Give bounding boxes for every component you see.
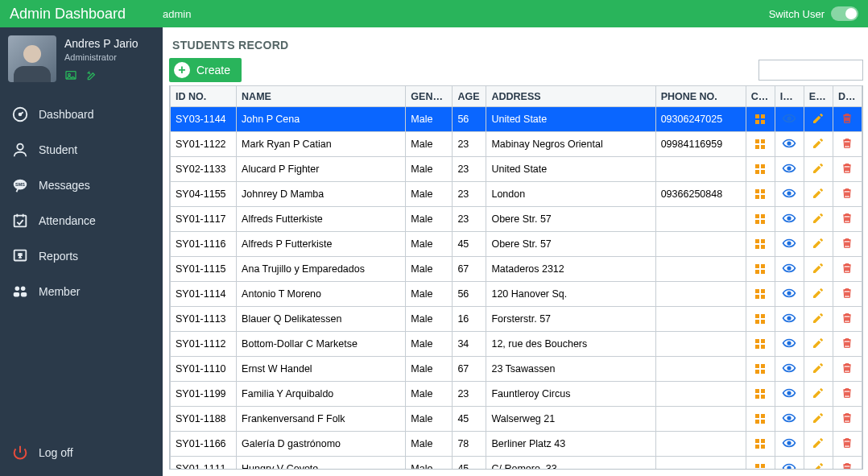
code-button[interactable] — [746, 357, 775, 382]
tools-icon[interactable] — [85, 69, 98, 85]
table-row[interactable]: SY01-1115Ana Trujillo y EmparedadosMale6… — [171, 257, 862, 282]
table-row[interactable]: SY01-1166Galería D gastrónomoMale78Berli… — [171, 432, 862, 457]
delete-button[interactable] — [833, 257, 862, 282]
code-button[interactable] — [746, 307, 775, 332]
code-button[interactable] — [746, 107, 775, 132]
col-age[interactable]: AGE — [453, 86, 486, 107]
info-button[interactable] — [775, 307, 804, 332]
delete-button[interactable] — [833, 407, 862, 432]
create-button[interactable]: + Create — [169, 58, 242, 82]
info-button[interactable] — [775, 382, 804, 407]
table-row[interactable]: SY03-1144John P CenaMale56United State09… — [171, 107, 862, 132]
edit-button[interactable] — [804, 157, 833, 182]
edit-button[interactable] — [804, 232, 833, 257]
delete-button[interactable] — [833, 207, 862, 232]
profile-name: Andres P Jario — [64, 37, 138, 50]
info-button[interactable] — [775, 157, 804, 182]
code-button[interactable] — [746, 457, 775, 470]
edit-button[interactable] — [804, 432, 833, 457]
picture-icon[interactable] — [64, 69, 77, 85]
edit-button[interactable] — [804, 207, 833, 232]
col-info[interactable]: INFO — [775, 86, 804, 107]
delete-button[interactable] — [833, 182, 862, 207]
edit-button[interactable] — [804, 132, 833, 157]
search-input[interactable] — [758, 60, 863, 81]
code-button[interactable] — [746, 432, 775, 457]
delete-button[interactable] — [833, 432, 862, 457]
table-row[interactable]: SY01-1114Antonio T MorenoMale56120 Hanov… — [171, 282, 862, 307]
info-button[interactable] — [775, 332, 804, 357]
svg-point-47 — [787, 366, 791, 370]
table-row[interactable]: SY01-1111Hungry V CoyoteMale45C/ Romero,… — [171, 457, 862, 470]
col-phone[interactable]: PHONE NO. — [655, 86, 746, 107]
info-button[interactable] — [775, 257, 804, 282]
table-row[interactable]: SY01-1116Alfreds P FutterkisteMale45Ober… — [171, 232, 862, 257]
code-button[interactable] — [746, 382, 775, 407]
sidebar-item-attendance[interactable]: Attendance — [0, 204, 163, 238]
table-row[interactable]: SY01-1122Mark Ryan P CatianMale23Mabinay… — [171, 132, 862, 157]
info-button[interactable] — [775, 232, 804, 257]
info-button[interactable] — [775, 182, 804, 207]
edit-button[interactable] — [804, 107, 833, 132]
code-button[interactable] — [746, 157, 775, 182]
delete-button[interactable] — [833, 132, 862, 157]
delete-button[interactable] — [833, 357, 862, 382]
col-edit[interactable]: EDIT — [804, 86, 833, 107]
col-delete[interactable]: DELE — [833, 86, 862, 107]
delete-button[interactable] — [833, 332, 862, 357]
sidebar-item-dashboard[interactable]: Dashboard — [0, 97, 163, 131]
edit-button[interactable] — [804, 457, 833, 470]
table-row[interactable]: SY01-1199Familia Y ArquibaldoMale23Faunt… — [171, 382, 862, 407]
sidebar-item-member[interactable]: Member — [0, 275, 163, 308]
code-button[interactable] — [746, 257, 775, 282]
edit-button[interactable] — [804, 182, 833, 207]
code-button[interactable] — [746, 332, 775, 357]
table-row[interactable]: SY01-1113Blauer Q DelikatessenMale16Fors… — [171, 307, 862, 332]
delete-button[interactable] — [833, 307, 862, 332]
code-button[interactable] — [746, 232, 775, 257]
code-button[interactable] — [746, 182, 775, 207]
info-button[interactable] — [775, 407, 804, 432]
edit-button[interactable] — [804, 357, 833, 382]
table-row[interactable]: SY01-1110Ernst W HandelMale6723 Tsawasse… — [171, 357, 862, 382]
delete-button[interactable] — [833, 457, 862, 470]
delete-button[interactable] — [833, 232, 862, 257]
col-address[interactable]: ADDRESS — [486, 86, 655, 107]
info-button[interactable] — [775, 132, 804, 157]
info-button[interactable] — [775, 207, 804, 232]
table-row[interactable]: SY02-1133Alucard P FighterMale23United S… — [171, 157, 862, 182]
delete-button[interactable] — [833, 382, 862, 407]
logoff-button[interactable]: Log off — [0, 434, 163, 471]
col-code[interactable]: CODE — [746, 86, 775, 107]
switch-user-button[interactable]: Switch User — [769, 6, 858, 21]
delete-button[interactable] — [833, 107, 862, 132]
col-gender[interactable]: GENDER — [406, 86, 453, 107]
table-row[interactable]: SY01-1117Alfreds FutterkisteMale23Obere … — [171, 207, 862, 232]
info-button[interactable] — [775, 457, 804, 470]
table-row[interactable]: SY01-1112Bottom-Dollar C MarketseMale341… — [171, 332, 862, 357]
info-button[interactable] — [775, 107, 804, 132]
code-button[interactable] — [746, 407, 775, 432]
delete-button[interactable] — [833, 282, 862, 307]
edit-button[interactable] — [804, 407, 833, 432]
info-button[interactable] — [775, 357, 804, 382]
table-row[interactable]: SY04-1155Johnrey D MambaMale23London0936… — [171, 182, 862, 207]
code-button[interactable] — [746, 132, 775, 157]
students-table: ID NO. NAME GENDER AGE ADDRESS PHONE NO.… — [169, 85, 863, 470]
col-name[interactable]: NAME — [237, 86, 406, 107]
table-row[interactable]: SY01-1188Frankenversand F FolkMale45Wals… — [171, 407, 862, 432]
edit-button[interactable] — [804, 332, 833, 357]
sidebar-item-student[interactable]: Student — [0, 133, 163, 167]
col-id[interactable]: ID NO. — [171, 86, 237, 107]
code-button[interactable] — [746, 282, 775, 307]
info-button[interactable] — [775, 432, 804, 457]
edit-button[interactable] — [804, 307, 833, 332]
edit-button[interactable] — [804, 382, 833, 407]
sidebar-item-reports[interactable]: Reports — [0, 239, 163, 273]
info-button[interactable] — [775, 282, 804, 307]
sidebar-item-messages[interactable]: SMS Messages — [0, 168, 163, 202]
edit-button[interactable] — [804, 282, 833, 307]
edit-button[interactable] — [804, 257, 833, 282]
delete-button[interactable] — [833, 157, 862, 182]
code-button[interactable] — [746, 207, 775, 232]
